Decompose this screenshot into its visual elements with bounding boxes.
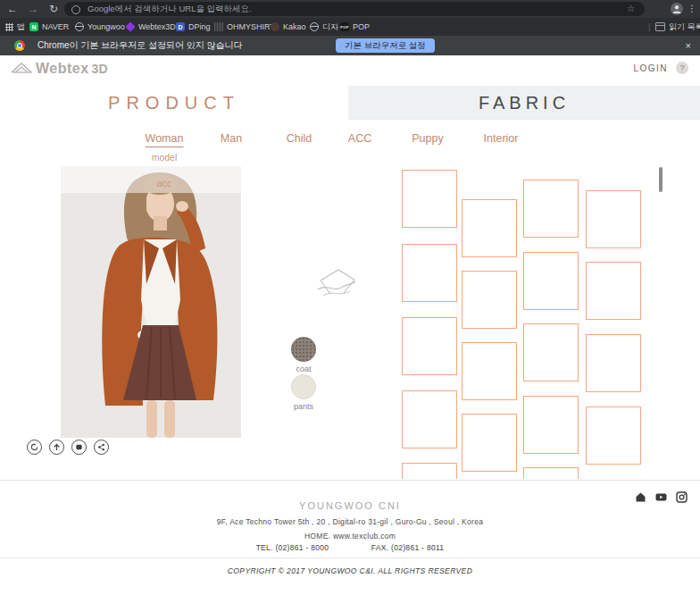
bookmark-item[interactable]: Youngwoo bbox=[75, 18, 125, 36]
fabric-slot[interactable] bbox=[462, 342, 517, 400]
footer-company: YOUNGWOO CNI bbox=[0, 500, 700, 511]
naver-favicon: N bbox=[29, 22, 38, 31]
bookmark-label: Webtex3D bbox=[138, 22, 176, 31]
bookmark-item[interactable]: POP POP bbox=[340, 18, 370, 36]
person-icon bbox=[672, 4, 681, 13]
address-bar[interactable]: Google에서 검색하거나 URL을 입력하세요. ☆ bbox=[64, 2, 645, 16]
nav-item-woman[interactable]: Woman bbox=[146, 132, 184, 147]
chrome-logo-icon bbox=[14, 40, 25, 51]
profile-avatar[interactable] bbox=[671, 3, 683, 15]
fabric-slot[interactable] bbox=[462, 271, 517, 329]
rotate-icon bbox=[30, 443, 38, 451]
fabric-slot[interactable] bbox=[402, 244, 457, 302]
footer-address: 9F, Ace Techno Tower 5th , 20 , Digital-… bbox=[0, 517, 700, 526]
bookmark-label: DPing bbox=[188, 22, 211, 31]
fabric-slot[interactable] bbox=[523, 323, 579, 381]
bookmark-item[interactable]: Webtex3D bbox=[126, 18, 176, 36]
fabric-grid bbox=[393, 166, 670, 479]
dropdown-item-acc[interactable]: acc bbox=[157, 178, 171, 189]
footer-copyright: COPYRIGHT © 2017 YOUNGWOO C&I. ALL RIGHT… bbox=[0, 566, 700, 575]
fabric-slot[interactable] bbox=[523, 180, 579, 238]
bookmark-label: OHMYSHIRT bbox=[227, 22, 275, 31]
bookmark-label: POP bbox=[353, 22, 370, 31]
bookmark-label: NAVER bbox=[42, 22, 69, 31]
address-placeholder: Google에서 검색하거나 URL을 입력하세요. bbox=[88, 2, 252, 16]
fabric-slot[interactable] bbox=[402, 463, 457, 479]
help-button[interactable]: ? bbox=[676, 62, 688, 74]
nav-item-interior[interactable]: Interior bbox=[484, 132, 519, 145]
upload-button[interactable] bbox=[49, 440, 64, 455]
swatch-coat[interactable] bbox=[291, 337, 316, 362]
arrow-up-icon bbox=[53, 443, 61, 451]
reading-list-icon bbox=[655, 22, 665, 31]
fabric-slot[interactable] bbox=[523, 252, 579, 310]
fabric-slot[interactable] bbox=[586, 262, 641, 320]
fabric-slot[interactable] bbox=[586, 406, 641, 465]
image-icon bbox=[75, 443, 83, 451]
back-icon[interactable]: ← bbox=[5, 0, 20, 18]
fabric-slot[interactable] bbox=[402, 390, 457, 448]
globe-favicon bbox=[310, 22, 319, 31]
tab-product[interactable]: PRODUCT bbox=[0, 86, 348, 120]
capture-button[interactable] bbox=[71, 440, 87, 455]
bookmark-label: Youngwoo bbox=[88, 22, 125, 31]
dropdown-item-model[interactable]: model bbox=[152, 152, 178, 163]
site-logo[interactable]: Webtex 3D bbox=[11, 61, 108, 77]
fabric-slot[interactable] bbox=[586, 190, 641, 248]
dping-favicon: D bbox=[176, 22, 185, 31]
nav-item-child[interactable]: Child bbox=[287, 132, 312, 145]
swatch-coat-label: coat bbox=[296, 365, 311, 373]
login-link[interactable]: LOGIN bbox=[633, 63, 668, 73]
webtex-mark-icon bbox=[314, 266, 359, 306]
swatch-pants-label: pants bbox=[294, 402, 313, 411]
footer-fax: FAX. (02)861 - 8011 bbox=[371, 543, 445, 552]
share-button[interactable] bbox=[94, 440, 109, 455]
google-icon bbox=[71, 5, 80, 14]
site-header: Webtex 3D LOGIN ? bbox=[0, 55, 700, 86]
set-default-browser-button[interactable]: 기본 브라우저로 설정 bbox=[336, 38, 435, 53]
webtex-favicon bbox=[125, 21, 135, 31]
reading-list-button[interactable]: 읽기 목록 bbox=[655, 18, 700, 36]
bookmark-item[interactable]: 디자 bbox=[310, 18, 338, 36]
rotate-button[interactable] bbox=[27, 440, 42, 455]
bookmark-item[interactable]: D DPing bbox=[176, 18, 211, 36]
fabric-slot[interactable] bbox=[462, 414, 517, 472]
bookmarks-bar: 앱 N NAVER Youngwoo Webtex3D D DPing OHMY… bbox=[0, 18, 700, 36]
logo-text: Webtex bbox=[36, 61, 89, 77]
fabric-slot[interactable] bbox=[523, 467, 579, 479]
nav-item-acc[interactable]: ACC bbox=[348, 132, 371, 145]
model-photo bbox=[61, 166, 241, 438]
browser-toolbar: ← → ↻ Google에서 검색하거나 URL을 입력하세요. ☆ ⋮ bbox=[0, 0, 700, 18]
bookmark-star-icon[interactable]: ☆ bbox=[627, 2, 635, 16]
refresh-icon[interactable]: ↻ bbox=[46, 0, 61, 18]
bookmark-item[interactable]: OHMYSHIRT bbox=[214, 18, 275, 36]
bookmark-item[interactable]: Kakao bbox=[271, 18, 306, 36]
forward-icon[interactable]: → bbox=[26, 0, 40, 18]
bookmark-apps[interactable]: 앱 bbox=[5, 18, 25, 36]
bookmark-label: Kakao bbox=[283, 22, 306, 31]
nav-item-man[interactable]: Man bbox=[221, 132, 242, 145]
photo-top-overlay bbox=[61, 166, 241, 193]
fabric-slot[interactable] bbox=[586, 334, 641, 392]
infobar-close-icon[interactable]: × bbox=[686, 36, 691, 55]
bookmark-item[interactable]: N NAVER bbox=[29, 18, 69, 36]
nav-item-puppy[interactable]: Puppy bbox=[412, 132, 443, 145]
footer-tel: TEL. (02)861 - 8000 bbox=[256, 543, 329, 552]
infobar-message: Chrome이 기본 브라우저로 설정되어 있지 않습니다 bbox=[38, 36, 242, 55]
pop-favicon: POP bbox=[340, 22, 349, 31]
fabric-slot[interactable] bbox=[402, 170, 457, 228]
fabric-slot[interactable] bbox=[402, 317, 457, 375]
reading-list-label: 읽기 목록 bbox=[669, 21, 700, 33]
footer: YOUNGWOO CNI 9F, Ace Techno Tower 5th , … bbox=[0, 480, 700, 595]
fabric-slot[interactable] bbox=[523, 396, 579, 454]
tab-fabric[interactable]: FABRIC bbox=[348, 86, 700, 120]
ohmyshirt-favicon bbox=[214, 22, 223, 31]
globe-favicon bbox=[75, 22, 84, 31]
swatch-pants[interactable] bbox=[291, 374, 316, 399]
footer-home: HOME. www.texclub.com bbox=[0, 532, 700, 541]
fabric-scrollbar[interactable] bbox=[659, 167, 662, 192]
fabric-slot[interactable] bbox=[462, 199, 517, 257]
browser-menu-icon[interactable]: ⋮ bbox=[688, 0, 696, 18]
apps-grid-icon bbox=[5, 23, 13, 31]
screen: ← → ↻ Google에서 검색하거나 URL을 입력하세요. ☆ ⋮ 앱 N… bbox=[0, 0, 700, 595]
